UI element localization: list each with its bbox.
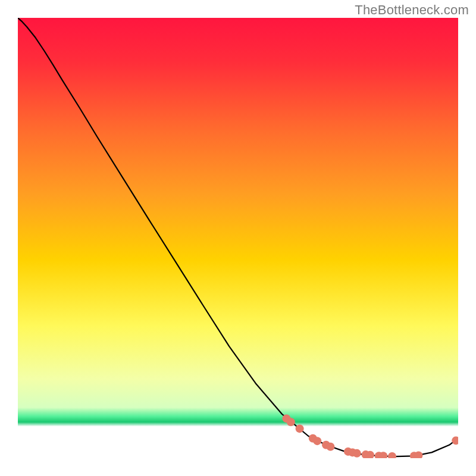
plot-area: [18, 18, 458, 458]
chart-svg: [18, 18, 458, 458]
data-marker: [287, 418, 295, 426]
data-marker: [353, 449, 361, 458]
chart-container: TheBottleneck.com: [0, 0, 476, 476]
data-marker: [326, 443, 334, 451]
data-marker: [296, 424, 304, 433]
chart-background: [18, 18, 458, 458]
watermark-text: TheBottleneck.com: [355, 2, 469, 18]
data-marker: [313, 437, 321, 445]
